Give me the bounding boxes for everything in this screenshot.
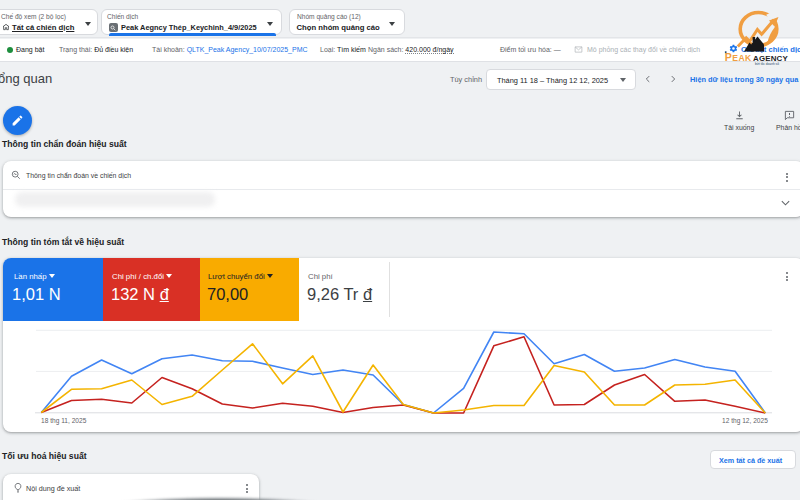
svg-text:PEAK: PEAK [725,51,752,63]
svg-text:bứt tốc doanh số: bứt tốc doanh số [755,62,779,66]
